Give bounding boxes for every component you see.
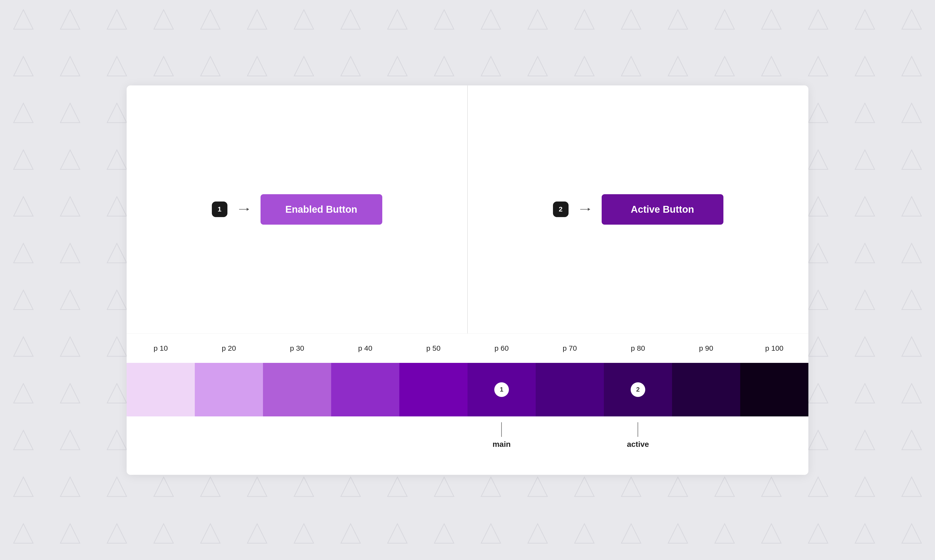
palette-swatches: 1 2 bbox=[126, 363, 809, 416]
badge-1: 1 bbox=[212, 202, 227, 217]
badge-2: 2 bbox=[553, 202, 568, 217]
enabled-button[interactable]: Enabled Button bbox=[260, 194, 382, 225]
palette-label-p70: p 70 bbox=[536, 344, 604, 352]
active-label: active bbox=[627, 440, 649, 449]
demo-section: 1 Enabled Button 2 Active Button bbox=[126, 85, 809, 334]
palette-label-p60: p 60 bbox=[467, 344, 536, 352]
palette-labels: p 10 p 20 p 30 p 40 p 50 p 60 p 70 p 80 … bbox=[126, 334, 809, 363]
palette-label-p10: p 10 bbox=[126, 344, 195, 352]
arrow-connector-2 bbox=[580, 209, 590, 209]
palette-label-p80: p 80 bbox=[604, 344, 672, 352]
active-button[interactable]: Active Button bbox=[602, 194, 723, 225]
swatch-p40 bbox=[331, 363, 399, 416]
swatch-p10 bbox=[126, 363, 195, 416]
palette-label-p40: p 40 bbox=[331, 344, 399, 352]
annotation-main: main bbox=[493, 422, 511, 449]
active-panel: 2 Active Button bbox=[468, 85, 809, 334]
main-arrow-line bbox=[501, 422, 502, 437]
active-arrow-line bbox=[638, 422, 638, 437]
palette-label-p50: p 50 bbox=[399, 344, 467, 352]
arrow-connector-1 bbox=[239, 209, 249, 209]
palette-section: p 10 p 20 p 30 p 40 p 50 p 60 p 70 p 80 … bbox=[126, 334, 809, 475]
swatch-p100 bbox=[740, 363, 809, 416]
swatch-p20 bbox=[195, 363, 263, 416]
swatch-p70 bbox=[536, 363, 604, 416]
swatch-p80: 2 bbox=[604, 363, 672, 416]
palette-label-p90: p 90 bbox=[672, 344, 740, 352]
swatch-badge-2: 2 bbox=[631, 382, 645, 397]
palette-label-p30: p 30 bbox=[263, 344, 331, 352]
palette-label-p20: p 20 bbox=[195, 344, 263, 352]
swatch-badge-1: 1 bbox=[494, 382, 509, 397]
swatch-p60: 1 bbox=[467, 363, 536, 416]
swatch-p30 bbox=[263, 363, 331, 416]
annotation-active: active bbox=[627, 422, 649, 449]
enabled-panel: 1 Enabled Button bbox=[126, 85, 468, 334]
below-palette: main active bbox=[126, 416, 809, 475]
main-card: 1 Enabled Button 2 Active Button p 10 p … bbox=[126, 85, 809, 475]
swatch-p90 bbox=[672, 363, 740, 416]
main-label: main bbox=[493, 440, 511, 449]
palette-label-p100: p 100 bbox=[740, 344, 809, 352]
swatch-p50 bbox=[399, 363, 467, 416]
